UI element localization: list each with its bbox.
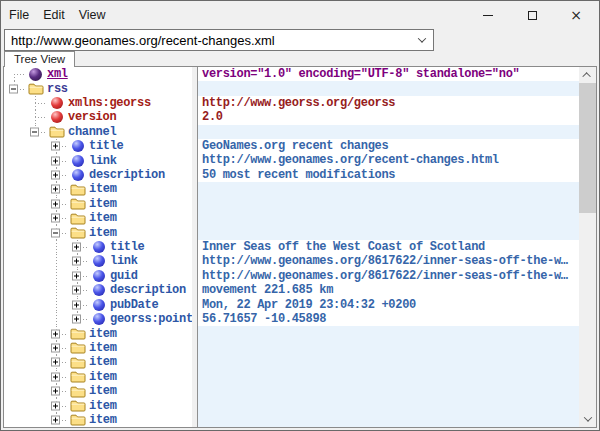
folder-icon	[70, 212, 86, 225]
tree-junction	[46, 168, 67, 182]
expand-toggle-minus[interactable]	[30, 127, 39, 136]
tree-indent	[4, 413, 25, 427]
tree-node-rss[interactable]: rss	[4, 81, 192, 95]
expand-toggle-plus[interactable]	[51, 156, 60, 165]
tree-node-item[interactable]: item	[4, 370, 192, 384]
tree-node-title[interactable]: title	[4, 139, 192, 153]
value-row-empty	[198, 197, 579, 211]
expand-toggle-plus[interactable]	[51, 343, 60, 352]
tree-node-item[interactable]: item	[4, 398, 192, 412]
menu-view[interactable]: View	[72, 4, 113, 26]
tree-node-channel[interactable]: channel	[4, 125, 192, 139]
tree-node-item[interactable]: item	[4, 326, 192, 340]
tree-junction	[46, 398, 67, 412]
tree-node-item[interactable]: item	[4, 197, 192, 211]
tree-node-item[interactable]: item	[4, 384, 192, 398]
expand-toggle-plus[interactable]	[72, 271, 81, 280]
tree-indent	[46, 312, 67, 326]
tree-node-item[interactable]: item	[4, 182, 192, 196]
expand-toggle-plus[interactable]	[51, 415, 60, 424]
tree-node-title[interactable]: title	[4, 240, 192, 254]
tree-indent	[25, 341, 46, 355]
tree-node-link[interactable]: link	[4, 254, 192, 268]
expand-toggle-plus[interactable]	[72, 243, 81, 252]
menu-edit[interactable]: Edit	[36, 4, 72, 26]
expand-toggle-plus[interactable]	[51, 372, 60, 381]
tree-node-item[interactable]: item	[4, 211, 192, 225]
expand-toggle-plus[interactable]	[51, 358, 60, 367]
expand-toggle-plus[interactable]	[51, 214, 60, 223]
tree-indent	[46, 254, 67, 268]
tree-indent	[46, 283, 67, 297]
tree-node-label: xmlns:georss	[68, 96, 151, 110]
expand-toggle-plus[interactable]	[51, 199, 60, 208]
tree-node-item[interactable]: item	[4, 355, 192, 369]
menu-file[interactable]: File	[2, 4, 36, 26]
tree-node-label: pubDate	[110, 298, 158, 312]
element-ball-icon	[72, 169, 84, 181]
tree-indent	[25, 240, 46, 254]
tree-indent	[4, 326, 25, 340]
expand-toggle-plus[interactable]	[51, 387, 60, 396]
expand-toggle-plus[interactable]	[72, 315, 81, 324]
scrollbar-thumb[interactable]	[579, 83, 596, 213]
tree-node-item[interactable]: item	[4, 413, 192, 427]
folder-icon	[28, 82, 44, 95]
value-row: 2.0	[198, 110, 579, 124]
tree-node-label: description	[110, 283, 186, 297]
tab-tree-view[interactable]: Tree View	[4, 51, 75, 67]
tree-node-label: version	[68, 110, 116, 124]
tree-indent	[25, 283, 46, 297]
tree-indent	[25, 197, 46, 211]
expand-toggle-plus[interactable]	[72, 300, 81, 309]
expand-toggle-plus[interactable]	[51, 171, 60, 180]
vertical-scrollbar[interactable]	[579, 67, 596, 427]
scroll-up-button[interactable]	[579, 67, 596, 83]
tree-node-georss:point[interactable]: georss:point	[4, 312, 192, 326]
expand-toggle-plus[interactable]	[51, 185, 60, 194]
tree-node-description[interactable]: description	[4, 283, 192, 297]
expand-toggle-plus[interactable]	[72, 257, 81, 266]
maximize-button[interactable]	[510, 2, 554, 28]
tree-junction	[46, 384, 67, 398]
expand-toggle-minus[interactable]	[51, 228, 60, 237]
tree-indent	[4, 125, 25, 139]
scroll-down-button[interactable]	[579, 411, 596, 427]
tree-node-label: item	[89, 197, 117, 211]
tree-node-pubDate[interactable]: pubDate	[4, 298, 192, 312]
value-row: Inner Seas off the West Coast of Scotlan…	[198, 240, 579, 254]
tree-junction	[25, 125, 46, 139]
expand-toggle-plus[interactable]	[72, 286, 81, 295]
value-row: movement 221.685 km	[198, 283, 579, 297]
value-row: version="1.0" encoding="UTF-8" standalon…	[198, 67, 579, 81]
tree-node-label: link	[89, 154, 117, 168]
tree-node-guid[interactable]: guid	[4, 269, 192, 283]
expand-toggle-plus[interactable]	[51, 142, 60, 151]
element-ball-icon	[93, 255, 105, 267]
tree-node-label: channel	[68, 125, 116, 139]
close-button[interactable]: ×	[554, 2, 598, 28]
expand-toggle-plus[interactable]	[51, 329, 60, 338]
address-combobox[interactable]	[4, 29, 434, 51]
chevron-down-icon	[418, 34, 426, 42]
value-row-empty	[198, 211, 579, 225]
expand-toggle-plus[interactable]	[51, 401, 60, 410]
tree-node-xml[interactable]: xml	[4, 67, 192, 81]
address-input[interactable]	[5, 33, 411, 48]
tree-node-item[interactable]: item	[4, 341, 192, 355]
tree-node-xmlns:georss[interactable]: xmlns:georss	[4, 96, 192, 110]
combobox-dropdown-button[interactable]	[411, 37, 433, 43]
menu-bar: FileEditView ×	[2, 2, 598, 28]
tree-node-description[interactable]: description	[4, 168, 192, 182]
minimize-button[interactable]	[466, 2, 510, 28]
expand-toggle-minus[interactable]	[9, 84, 18, 93]
tree-node-item[interactable]: item	[4, 225, 192, 239]
tree-node-link[interactable]: link	[4, 153, 192, 167]
tree-node-label: item	[89, 182, 117, 196]
minimize-icon	[483, 15, 493, 16]
tree-indent	[4, 225, 25, 239]
folder-icon	[70, 356, 86, 369]
tree-node-version[interactable]: version	[4, 110, 192, 124]
element-ball-icon	[93, 299, 105, 311]
tree-indent	[25, 398, 46, 412]
